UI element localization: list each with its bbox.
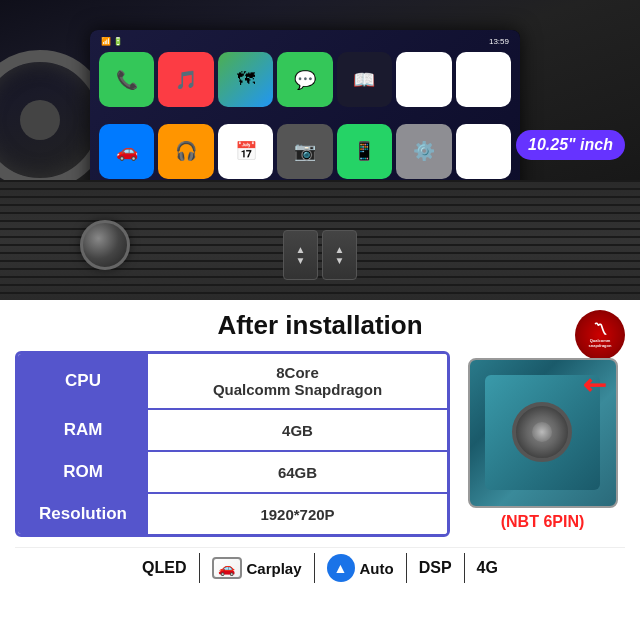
settings-app[interactable]: ⚙️ [396,124,451,179]
carplay-icon: 🚗 [212,557,242,579]
resolution-label: Resolution [18,494,148,534]
table-row: RAM 4GB [18,410,447,452]
4g-item: 4G [465,559,510,577]
status-bar: 📶 🔋 13:59 [95,35,515,48]
table-row: ROM 64GB [18,452,447,494]
connector-image: ↗ [468,358,618,508]
empty-app [396,52,451,107]
cpu-label: CPU [18,354,148,408]
qled-item: QLED [130,559,198,577]
app-grid: 📞 🎵 🗺 💬 📖 🚗 🎧 📅 📷 📱 ⚙️ [95,48,515,195]
reading-app[interactable]: 📖 [337,52,392,107]
rom-label: ROM [18,452,148,492]
camera-app[interactable]: 📷 [277,124,332,179]
rom-value: 64GB [148,452,447,492]
music-app[interactable]: 🎵 [158,52,213,107]
dsp-item: DSP [407,559,464,577]
carplay-label: Carplay [247,560,302,577]
bottom-section: After installation 〽 Qualcomm snapdragon… [0,300,640,640]
4g-label: 4G [477,559,498,577]
snapdragon-icon: 〽 [593,321,607,338]
ram-value: 4GB [148,410,447,450]
control-button-2[interactable] [322,230,357,280]
connector-port [512,402,572,462]
connector-area: ↗ (NBT 6PIN) [460,351,625,537]
dashboard-section: 📶 🔋 13:59 📞 🎵 🗺 💬 📖 🚗 🎧 📅 📷 📱 ⚙️ [0,0,640,300]
size-label: 10.25" inch [516,130,625,160]
empty-app3 [456,124,511,179]
calendar-app[interactable]: 📅 [218,124,273,179]
left-knob[interactable] [80,220,130,270]
snapdragon-logo: 〽 Qualcomm snapdragon [575,310,625,360]
auto-icon [327,554,355,582]
center-controls [283,230,357,280]
cpu-value: 8CoreQualcomm Snapdragon [148,354,447,408]
bottom-icons-row: QLED 🚗 Carplay Auto DSP 4G [15,547,625,583]
auto-item: Auto [315,554,406,582]
audiobooks-app[interactable]: 🎧 [158,124,213,179]
carplay-app[interactable]: 🚗 [99,124,154,179]
control-button-1[interactable] [283,230,318,280]
content-row: CPU 8CoreQualcomm Snapdragon RAM 4GB ROM… [15,351,625,537]
dsp-label: DSP [419,559,452,577]
carplay-item: 🚗 Carplay [200,557,314,579]
title-row: After installation 〽 Qualcomm snapdragon [15,310,625,341]
phone-app[interactable]: 📞 [99,52,154,107]
ram-label: RAM [18,410,148,450]
maps-app[interactable]: 🗺 [218,52,273,107]
table-row: CPU 8CoreQualcomm Snapdragon [18,354,447,410]
qled-label: QLED [142,559,186,577]
auto-label: Auto [360,560,394,577]
specs-table: CPU 8CoreQualcomm Snapdragon RAM 4GB ROM… [15,351,450,537]
nbt-label: (NBT 6PIN) [501,513,585,531]
table-row: Resolution 1920*720P [18,494,447,534]
screen-inner: 📶 🔋 13:59 📞 🎵 🗺 💬 📖 🚗 🎧 📅 📷 📱 ⚙️ [90,30,520,200]
resolution-value: 1920*720P [148,494,447,534]
empty-app2 [456,52,511,107]
car-screen: 📶 🔋 13:59 📞 🎵 🗺 💬 📖 🚗 🎧 📅 📷 📱 ⚙️ [90,30,520,200]
page-title: After installation [217,310,422,341]
messages-app[interactable]: 💬 [277,52,332,107]
whatsapp-app[interactable]: 📱 [337,124,392,179]
